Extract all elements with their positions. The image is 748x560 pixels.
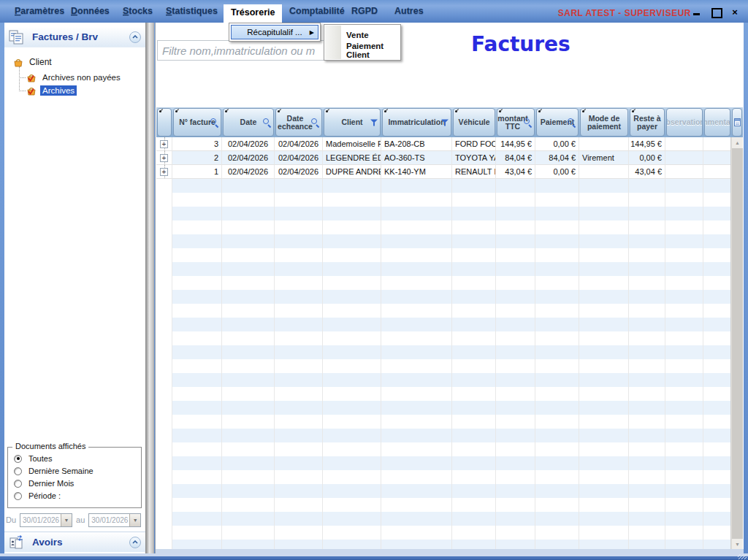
column-header-commentaires[interactable]: Commentaires xyxy=(704,108,730,137)
expand-cell[interactable]: + xyxy=(156,137,172,151)
date-to-combobox[interactable]: 30/01/2026 ▼ xyxy=(88,513,141,527)
search-icon[interactable] xyxy=(524,118,533,127)
cell-observations[interactable] xyxy=(665,165,703,179)
column-header-mode-paiement[interactable]: Mode de paiement xyxy=(580,108,628,137)
sidebar-section-avoirs[interactable]: Avoirs xyxy=(4,532,145,552)
cell-paiement[interactable]: 0,00 € xyxy=(535,165,579,179)
cell-date[interactable]: 02/04/2026 xyxy=(222,137,275,151)
expand-cell[interactable]: + xyxy=(156,165,172,179)
collapse-avoirs-button[interactable] xyxy=(129,537,141,548)
menu-statistiques[interactable]: Statistiques xyxy=(166,6,218,16)
sidebar-scrollbar[interactable] xyxy=(145,23,154,553)
cell-n-facture[interactable]: 2 xyxy=(172,151,222,165)
expand-icon[interactable]: + xyxy=(160,168,168,176)
menu-tresorerie[interactable]: Trésorerie xyxy=(224,4,282,23)
cell-n-facture[interactable]: 3 xyxy=(172,137,222,151)
cell-client[interactable]: Mademoiselle PA xyxy=(323,137,381,151)
table-scrollbar[interactable]: ▲ ▼ xyxy=(731,137,743,550)
cell-commentaires[interactable] xyxy=(703,151,731,165)
menu-stocks[interactable]: Stocks xyxy=(123,6,153,16)
cell-echeance[interactable]: 02/04/2026 xyxy=(275,137,323,151)
filter-input[interactable] xyxy=(157,40,344,61)
search-icon[interactable] xyxy=(311,118,320,127)
column-header-paiement[interactable]: Paiement xyxy=(536,108,579,137)
minimize-icon[interactable] xyxy=(692,8,701,17)
column-header-n-facture[interactable]: N° facture xyxy=(173,108,221,137)
table-row[interactable]: + 2 02/04/2026 02/04/2026 LEGENDRE ÉDOI … xyxy=(156,151,730,165)
cell-echeance[interactable]: 02/04/2026 xyxy=(275,165,323,179)
cell-reste[interactable]: 0,00 € xyxy=(629,151,665,165)
cell-date[interactable]: 02/04/2026 xyxy=(222,151,275,165)
cell-observations[interactable] xyxy=(665,137,703,151)
cell-immatriculation[interactable]: AO-360-TS xyxy=(381,151,452,165)
radio-periode[interactable]: Période : xyxy=(14,491,61,500)
cell-montant-ttc[interactable]: 84,04 € xyxy=(496,151,535,165)
search-icon[interactable] xyxy=(263,118,272,127)
tree-item-archives-non-payees[interactable]: Archives non payées xyxy=(26,72,123,83)
cell-commentaires[interactable] xyxy=(703,165,731,179)
cell-paiement[interactable]: 0,00 € xyxy=(535,137,579,151)
tree-item-archives[interactable]: Archives xyxy=(26,85,77,96)
scroll-down-icon[interactable]: ▼ xyxy=(732,539,743,550)
scroll-up-icon[interactable]: ▲ xyxy=(732,137,743,148)
sidebar-section-factures[interactable]: Factures / Brv xyxy=(4,27,145,47)
cell-mode-paiement[interactable] xyxy=(579,165,629,179)
table-row[interactable]: + 3 02/04/2026 02/04/2026 Mademoiselle P… xyxy=(156,137,730,151)
menu-comptabilite[interactable]: Comptabilité xyxy=(289,6,345,16)
table-row[interactable]: + 1 02/04/2026 02/04/2026 DUPRE ANDRE KK… xyxy=(156,165,730,179)
radio-icon[interactable] xyxy=(14,455,22,463)
collapse-factures-button[interactable] xyxy=(129,31,141,43)
cell-mode-paiement[interactable] xyxy=(579,137,629,151)
expand-cell[interactable]: + xyxy=(156,151,172,165)
radio-dernier-mois[interactable]: Dernier Mois xyxy=(14,479,74,488)
radio-icon[interactable] xyxy=(14,480,22,488)
search-icon[interactable] xyxy=(568,118,576,127)
cell-observations[interactable] xyxy=(665,151,703,165)
dropdown-arrow-icon[interactable]: ▼ xyxy=(129,514,140,526)
cell-n-facture[interactable]: 1 xyxy=(172,165,222,179)
column-header-date[interactable]: Date xyxy=(223,108,274,137)
menu-donnees[interactable]: Données xyxy=(71,6,110,16)
cell-echeance[interactable]: 02/04/2026 xyxy=(275,151,323,165)
date-from-combobox[interactable]: 30/01/2026 ▼ xyxy=(20,513,72,527)
cell-mode-paiement[interactable]: Virement xyxy=(579,151,629,165)
cell-montant-ttc[interactable]: 43,04 € xyxy=(496,165,535,179)
cell-reste[interactable]: 43,04 € xyxy=(629,165,665,179)
menu-parametres[interactable]: Paramètres xyxy=(15,6,64,16)
dropdown-arrow-icon[interactable]: ▼ xyxy=(61,514,72,526)
resize-grip-icon[interactable] xyxy=(738,554,747,559)
search-icon[interactable] xyxy=(210,118,219,127)
cell-date[interactable]: 02/04/2026 xyxy=(222,165,275,179)
tree-item-client[interactable]: Client xyxy=(13,56,54,68)
column-header-client[interactable]: Client xyxy=(324,108,381,137)
cell-paiement[interactable]: 84,04 € xyxy=(535,151,579,165)
radio-icon[interactable] xyxy=(14,467,22,475)
cell-vehicule[interactable]: RENAULT M xyxy=(452,165,496,179)
expand-icon[interactable]: + xyxy=(160,140,168,148)
filter-funnel-icon[interactable] xyxy=(441,118,449,126)
column-header-immatriculation[interactable]: Immatriculation xyxy=(382,108,451,137)
column-header-date-echeance[interactable]: Date echeance xyxy=(275,108,322,137)
cell-montant-ttc[interactable]: 144,95 € xyxy=(496,137,535,151)
column-header-customize[interactable] xyxy=(732,108,742,137)
cell-vehicule[interactable]: FORD FOCU xyxy=(452,137,496,151)
radio-icon[interactable] xyxy=(14,492,22,500)
menuitem-vente[interactable]: Vente xyxy=(346,28,369,42)
column-header-observations[interactable]: Observations xyxy=(666,108,703,137)
radio-toutes[interactable]: Toutes xyxy=(14,454,52,463)
column-header-reste-a-payer[interactable]: Reste à payer xyxy=(630,108,665,137)
menu-autres[interactable]: Autres xyxy=(394,6,424,16)
filter-funnel-icon[interactable] xyxy=(370,118,378,126)
column-header-expand[interactable] xyxy=(157,108,172,137)
close-icon[interactable]: × xyxy=(730,8,739,17)
column-chooser-icon[interactable] xyxy=(734,118,741,126)
cell-client[interactable]: DUPRE ANDRE xyxy=(323,165,381,179)
cell-commentaires[interactable] xyxy=(703,137,731,151)
cell-reste[interactable]: 144,95 € xyxy=(629,137,665,151)
menuitem-recapitulatif[interactable]: Récapitulalif ... ▶ xyxy=(231,25,318,39)
cell-immatriculation[interactable]: BA-208-CB xyxy=(381,137,452,151)
cell-client[interactable]: LEGENDRE ÉDOI xyxy=(323,151,381,165)
cell-immatriculation[interactable]: KK-140-YM xyxy=(381,165,452,179)
expand-icon[interactable]: + xyxy=(160,154,168,162)
radio-derniere-semaine[interactable]: Dernière Semaine xyxy=(14,467,94,475)
